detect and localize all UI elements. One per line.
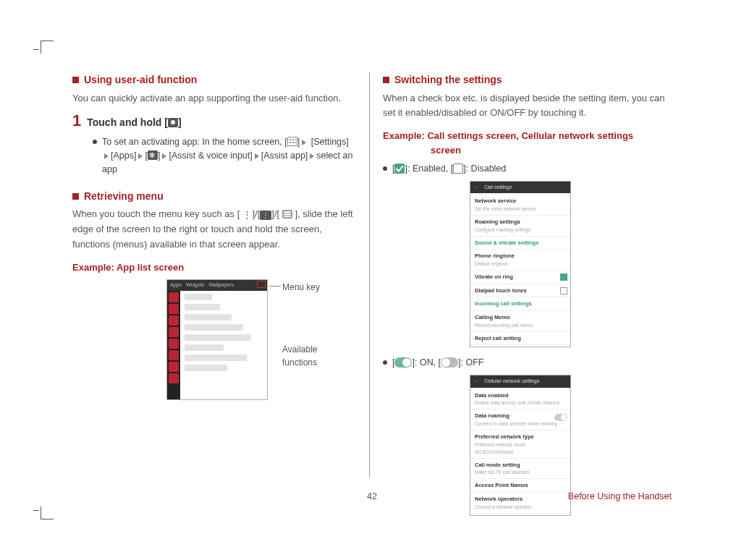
- tab: Apps: [170, 281, 182, 289]
- screenshot-context-menu: [180, 291, 267, 399]
- using-subtext: You can quickly activate an app supporti…: [72, 91, 356, 106]
- bullet-text: To set an activating app: In the home sc…: [102, 135, 356, 177]
- heading-text: Retrieving menu: [84, 189, 164, 205]
- screenshot-tabbar: Apps Widgets Wallpapers: [167, 280, 267, 291]
- text: [Assist app]: [261, 150, 308, 161]
- page-number: 42: [367, 490, 377, 504]
- row: Incoming call settings: [470, 297, 570, 311]
- screenshot-frame: Apps Widgets Wallpapers: [166, 279, 268, 400]
- row: Preferred network typePreferred network …: [470, 430, 570, 459]
- text: [Assist & voice input]: [169, 150, 252, 161]
- step-label: Touch and hold []: [87, 115, 181, 131]
- row: Data enabledEnable data access over mobi…: [470, 389, 570, 410]
- chevron-right-icon: [255, 153, 259, 159]
- screenshot-title: Call settings: [484, 184, 512, 192]
- row: Sound & vibrate settings: [470, 237, 570, 250]
- chevron-right-icon: [138, 153, 143, 159]
- row: Network serviceSet the voice network ser…: [470, 195, 570, 216]
- chevron-right-icon: [310, 153, 314, 159]
- bullet-dot-icon: [383, 360, 387, 365]
- legend-text: []: ON, []: OFF: [392, 356, 666, 370]
- text: ]: ON, [: [412, 357, 441, 368]
- step-1: 1 Touch and hold []: [72, 113, 356, 131]
- step-label-text: Touch and hold [: [87, 116, 168, 128]
- vertical-dots-icon: ⋮: [242, 208, 250, 222]
- row: Reject call setting: [470, 332, 570, 346]
- bullet-dot-icon: [383, 166, 387, 171]
- mini-checkbox-icon: [560, 273, 567, 281]
- heading-using-user-aid: Using user-aid function: [72, 72, 356, 88]
- text: Example: Call settings screen, Cellular …: [383, 130, 633, 141]
- back-arrow-icon: ←: [475, 184, 480, 192]
- apps-grid-icon: [287, 137, 297, 146]
- screenshot-body: Network serviceSet the voice network ser…: [470, 193, 570, 347]
- legend-text: []: Enabled, []: Disabled: [392, 162, 666, 176]
- screenshot-title: Cellular network settings: [484, 378, 539, 386]
- screenshot-app-strip: [167, 291, 180, 399]
- text: functions: [282, 357, 317, 368]
- screenshot-cellular-settings: ← Cellular network settings Data enabled…: [470, 375, 571, 516]
- screenshot-call-settings: ← Call settings Network serviceSet the v…: [470, 181, 571, 348]
- text: To set an activating app: In the home sc…: [102, 137, 287, 147]
- step-number: 1: [72, 113, 81, 129]
- callout-menu-key: Menu key: [282, 281, 320, 294]
- screenshot-header: ← Cellular network settings: [470, 376, 570, 388]
- mini-toggle-icon: [554, 414, 567, 421]
- left-column: Using user-aid function You can quickly …: [72, 72, 369, 478]
- legend-on-off: []: ON, []: OFF: [383, 356, 666, 370]
- menu-dots-dark-icon: ⋮: [260, 211, 271, 220]
- row: Calling MemoRecord incoming call memo: [470, 311, 570, 332]
- retrieve-text: When you touch the menu key such as [ ⋮ …: [72, 207, 356, 251]
- screenshot-body: [167, 291, 267, 399]
- text: ]: [158, 150, 160, 161]
- toggle-on-icon: [394, 357, 412, 368]
- text: When you touch the menu key such as [: [72, 208, 240, 219]
- chevron-right-icon: [162, 153, 166, 159]
- heading-text: Using user-aid function: [84, 72, 197, 88]
- heading-bullet-icon: [72, 77, 79, 83]
- text: [Settings]: [311, 137, 349, 147]
- checkbox-off-icon: [453, 164, 463, 174]
- text: Available: [282, 344, 317, 355]
- row: Dialpad touch tones: [470, 284, 570, 298]
- gear-icon: [148, 150, 158, 160]
- row: Network operatorsChoose a network operat…: [470, 493, 570, 514]
- heading-switching-settings: Switching the settings: [383, 72, 666, 88]
- checkbox-on-icon: [394, 164, 405, 174]
- mini-checkbox-icon: [560, 287, 567, 294]
- heading-retrieving-menu: Retrieving menu: [72, 189, 356, 205]
- screenshot-app-list: Apps Widgets Wallpapers Menu ke: [166, 279, 355, 400]
- example-call-settings: Example: Call settings screen, Cellular …: [383, 129, 666, 158]
- tab: Wallpapers: [208, 281, 234, 289]
- crop-mark: [41, 506, 54, 519]
- text: screen: [431, 145, 461, 156]
- chevron-right-icon: [302, 140, 306, 145]
- menu-key-highlight: [257, 281, 266, 288]
- right-column: Switching the settings When a check box …: [369, 72, 666, 478]
- chevron-right-icon: [104, 153, 109, 159]
- text: ]: Enabled, [: [405, 164, 453, 174]
- switch-subtext: When a check box etc. is displayed besid…: [383, 91, 666, 120]
- row: Access Point Names: [470, 479, 570, 493]
- text: [Apps]: [111, 150, 136, 161]
- text: ]: Disabled: [463, 164, 506, 174]
- text: ]: OFF: [458, 357, 483, 368]
- hamburger-menu-icon: [282, 210, 292, 219]
- screenshot-body: Data enabledEnable data access over mobi…: [470, 388, 570, 515]
- crop-mark: [33, 49, 39, 50]
- heading-bullet-icon: [72, 193, 79, 200]
- heading-bullet-icon: [383, 77, 389, 83]
- heading-text: Switching the settings: [394, 72, 502, 88]
- step-label-text: ]: [178, 116, 182, 128]
- text: ]/[: [253, 208, 261, 219]
- home-icon: [168, 118, 178, 127]
- toggle-off-icon: [441, 357, 458, 368]
- screenshot-header: ← Call settings: [470, 182, 570, 194]
- row: Phone ringtoneDefault ringtone: [470, 250, 570, 271]
- page: Using user-aid function You can quickly …: [0, 0, 744, 560]
- crop-mark: [41, 41, 54, 54]
- section-name: Before Using the Handset: [568, 490, 672, 504]
- callout-available-functions: Available functions: [282, 343, 317, 370]
- bullet-dot-icon: [93, 140, 97, 144]
- legend-enabled-disabled: []: Enabled, []: Disabled: [383, 162, 666, 176]
